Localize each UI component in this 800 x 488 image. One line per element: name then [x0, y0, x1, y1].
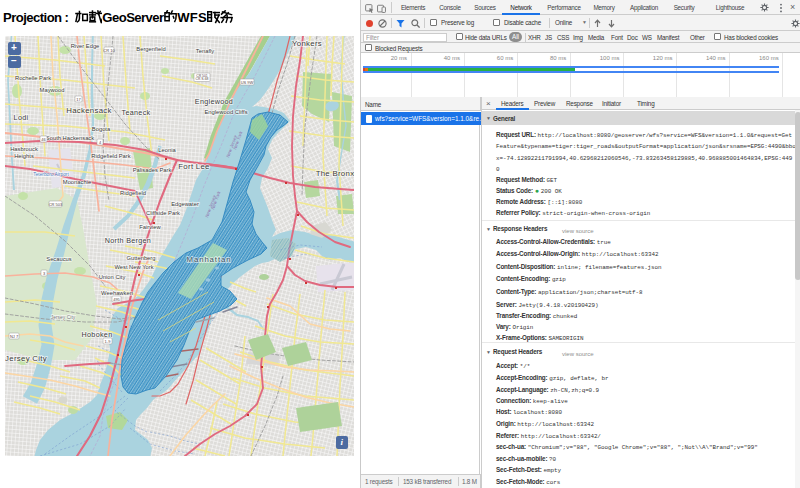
svg-text:Ridgefield Park: Ridgefield Park	[91, 153, 130, 159]
svg-text:Jersey City: Jersey City	[51, 314, 76, 320]
svg-text:Edgewater: Edgewater	[171, 201, 199, 207]
svg-text:Fairview: Fairview	[139, 224, 161, 230]
svg-text:Manhattan: Manhattan	[187, 255, 232, 264]
svg-text:Hasbrouck: Hasbrouck	[10, 146, 38, 152]
svg-text:Rochelle Park: Rochelle Park	[15, 75, 51, 81]
svg-text:Secaucus: Secaucus	[46, 256, 72, 262]
svg-text:River Edge: River Edge	[71, 43, 100, 49]
svg-text:Lodi: Lodi	[14, 113, 29, 122]
svg-text:Hackensack: Hackensack	[66, 106, 111, 115]
svg-text:Union City: Union City	[99, 274, 126, 280]
svg-text:CR 503: CR 503	[49, 202, 63, 207]
svg-text:Palisades Park: Palisades Park	[133, 167, 172, 173]
svg-text:South Hackensack: South Hackensack	[46, 135, 94, 141]
svg-text:The Bronx: The Bronx	[316, 169, 354, 178]
svg-text:Cliffside Park: Cliffside Park	[146, 210, 180, 216]
svg-text:Jersey City: Jersey City	[5, 354, 47, 363]
svg-text:North Bergen: North Bergen	[105, 236, 151, 245]
svg-text:Ridgefield: Ridgefield	[120, 190, 146, 196]
svg-text:West New York: West New York	[114, 264, 153, 270]
svg-text:Teaneck: Teaneck	[122, 108, 151, 117]
svg-text:Heights: Heights	[14, 153, 34, 159]
svg-text:Teterboro Airport: Teterboro Airport	[33, 172, 69, 177]
svg-text:495: 495	[113, 297, 120, 302]
svg-text:Bergenfield: Bergenfield	[136, 46, 165, 52]
svg-text:Moonachie: Moonachie	[63, 179, 91, 185]
svg-text:Leonia: Leonia	[158, 147, 176, 153]
svg-text:46: 46	[41, 137, 46, 142]
svg-text:Englewood Cliffs: Englewood Cliffs	[204, 109, 247, 115]
svg-text:1-9: 1-9	[105, 339, 112, 344]
svg-text:Fort Lee: Fort Lee	[178, 162, 209, 171]
svg-text:Weehawken: Weehawken	[101, 290, 133, 296]
svg-text:Tenafly: Tenafly	[196, 48, 214, 54]
svg-text:US 9W: US 9W	[241, 80, 254, 85]
svg-text:Englewood: Englewood	[195, 97, 233, 106]
svg-text:Bogota: Bogota	[92, 126, 111, 132]
svg-text:Guttenberg: Guttenberg	[126, 255, 155, 261]
svg-text:17: 17	[76, 97, 81, 102]
svg-text:NJ 7: NJ 7	[10, 334, 19, 339]
svg-text:Yonkers: Yonkers	[292, 39, 322, 48]
svg-text:CR S-68: CR S-68	[195, 77, 208, 81]
svg-text:Maywood: Maywood	[40, 87, 65, 93]
svg-text:CR 10: CR 10	[103, 48, 115, 53]
